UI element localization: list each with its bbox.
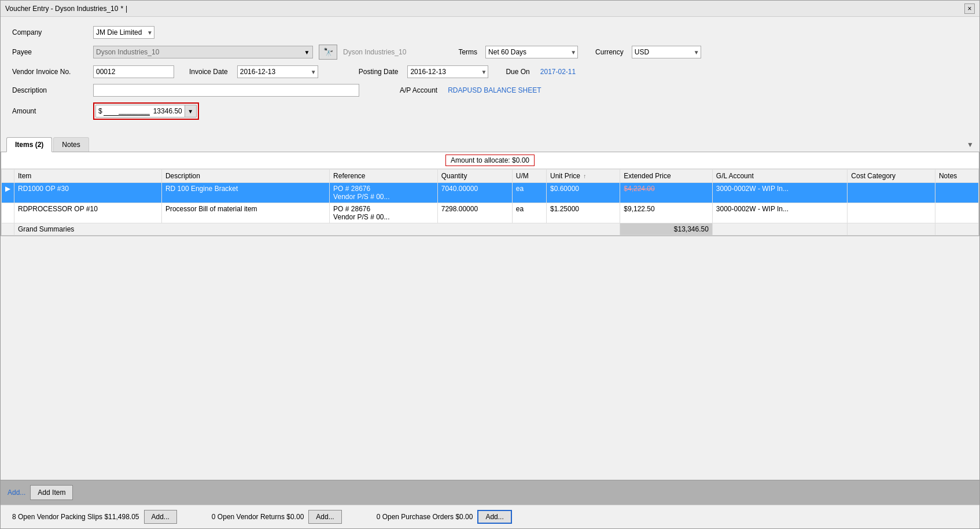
packing-slips-section: 8 Open Vendor Packing Slips $11,498.05 A… xyxy=(12,510,177,524)
terms-label: Terms xyxy=(458,48,477,56)
add-link[interactable]: Add... xyxy=(8,488,25,497)
description-row: Description A/P Account RDAPUSD BALANCE … xyxy=(12,84,968,97)
grand-summaries-empty2 xyxy=(848,223,935,236)
grand-summaries-empty1 xyxy=(712,223,848,236)
row-quantity: 7040.00000 xyxy=(437,183,512,203)
form-area: Company JM Die Limited ▼ Payee ▼ 🔭 Dyson… xyxy=(1,17,979,131)
vendor-invoice-label: Vendor Invoice No. xyxy=(12,68,87,76)
description-input[interactable] xyxy=(93,84,359,97)
col-header-item: Item xyxy=(14,170,162,183)
vendor-returns-add-button[interactable]: Add... xyxy=(308,510,341,524)
ap-account-link[interactable]: RDAPUSD BALANCE SHEET xyxy=(448,86,541,94)
payee-row: Payee ▼ 🔭 Dyson Industries_10 Terms Net … xyxy=(12,45,968,60)
col-header-cost-category: Cost Category xyxy=(848,170,935,183)
vendor-invoice-input[interactable] xyxy=(93,65,174,78)
row-gl-account: 3000-0002W - WIP In... xyxy=(712,203,848,223)
tab-scroll-arrow-icon[interactable]: ▼ xyxy=(967,141,974,149)
amount-label: Amount xyxy=(12,107,87,115)
due-on-value: 2017-02-11 xyxy=(540,68,576,76)
invoice-row: Vendor Invoice No. Invoice Date 2016-12-… xyxy=(12,65,968,78)
tab-notes[interactable]: Notes xyxy=(53,137,89,152)
items-table: Item Description Reference Quantity U/M … xyxy=(1,169,979,236)
vendor-returns-section: 0 Open Vendor Returns $0.00 Add... xyxy=(212,510,342,524)
title-separator: | xyxy=(126,5,127,13)
row-description: Processor Bill of material item xyxy=(161,203,329,223)
company-select[interactable]: JM Die Limited xyxy=(93,26,154,39)
row-unit-price: $0.60000 xyxy=(546,183,620,203)
amount-input-inner: $ ________ 13346.50 xyxy=(95,105,185,117)
allocate-row: Amount to allocate: $0.00 xyxy=(1,152,979,169)
posting-date-wrapper: 2016-12-13 ▼ xyxy=(407,65,488,78)
row-cost-category xyxy=(848,183,935,203)
payee-input-wrapper: ▼ xyxy=(93,46,313,58)
currency-label: Currency xyxy=(595,48,624,56)
company-label: Company xyxy=(12,28,87,36)
close-button[interactable]: × xyxy=(964,3,975,14)
unit-price-sort-icon: ↑ xyxy=(583,173,586,179)
footer-bar: 8 Open Vendor Packing Slips $11,498.05 A… xyxy=(1,505,979,528)
vendor-returns-text: 0 Open Vendor Returns $0.00 xyxy=(212,513,304,521)
invoice-date-select[interactable]: 2016-12-13 xyxy=(237,65,318,78)
row-reference: PO # 28676Vendor P/S # 00... xyxy=(330,183,438,203)
tabs-header: Items (2) Notes ▼ xyxy=(6,137,979,152)
row-unit-price: $1.25000 xyxy=(546,203,620,223)
tab-items[interactable]: Items (2) xyxy=(6,137,52,152)
packing-slips-text: 8 Open Vendor Packing Slips $11,498.05 xyxy=(12,513,139,521)
tab-content-items: Amount to allocate: $0.00 Item Descripti… xyxy=(1,152,979,236)
table-row[interactable]: RDPROCESSOR OP #10 Processor Bill of mat… xyxy=(2,203,979,223)
row-item: RDPROCESSOR OP #10 xyxy=(14,203,162,223)
posting-date-label: Posting Date xyxy=(359,68,399,76)
row-um: ea xyxy=(512,183,546,203)
col-header-unit-price: Unit Price ↑ xyxy=(546,170,620,183)
col-header-notes: Notes xyxy=(935,170,978,183)
title-bar-left: Voucher Entry - Dyson Industries_10 * | xyxy=(5,5,127,13)
table-header-row: Item Description Reference Quantity U/M … xyxy=(2,170,979,183)
packing-slips-add-button[interactable]: Add... xyxy=(144,510,177,524)
amount-dropdown-icon[interactable]: ▼ xyxy=(185,105,197,117)
row-gl-account: 3000-0002W - WIP In... xyxy=(712,183,848,203)
main-window: Voucher Entry - Dyson Industries_10 * | … xyxy=(0,0,980,529)
row-extended-price: $9,122.50 xyxy=(620,203,713,223)
extended-price-strikethrough: $4,224.00 xyxy=(624,185,654,193)
grand-summaries-empty3 xyxy=(935,223,978,236)
grand-total-cell: $13,346.50 xyxy=(620,223,713,236)
allocate-badge: Amount to allocate: $0.00 xyxy=(445,155,535,166)
bottom-toolbar: Add... Add Item xyxy=(1,480,979,505)
terms-select[interactable]: Net 60 Days xyxy=(485,46,578,58)
add-item-button[interactable]: Add Item xyxy=(30,485,73,500)
due-on-label: Due On xyxy=(506,68,529,76)
company-select-wrapper: JM Die Limited ▼ xyxy=(93,26,154,39)
amount-dollar-sign: $ xyxy=(98,107,102,115)
row-item: RD1000 OP #30 xyxy=(14,183,162,203)
currency-select-wrapper: USD ▼ xyxy=(632,46,701,58)
amount-value: 13346.50 xyxy=(153,107,182,115)
row-extended-price: $4,224.00 xyxy=(620,183,713,203)
row-arrow xyxy=(2,203,14,223)
posting-date-select[interactable]: 2016-12-13 xyxy=(407,65,488,78)
window-title: Voucher Entry - Dyson Industries_10 xyxy=(5,5,118,13)
col-header-extended-price: Extended Price xyxy=(620,170,713,183)
currency-select[interactable]: USD xyxy=(632,46,701,58)
amount-underline-text: ________ xyxy=(104,106,150,116)
grand-summaries-label: Grand Summaries xyxy=(14,223,620,236)
table-row[interactable]: ▶ RD1000 OP #30 RD 100 Engine Bracket PO… xyxy=(2,183,979,203)
row-notes xyxy=(935,183,978,203)
purchase-orders-section: 0 Open Purchase Orders $0.00 Add... xyxy=(377,510,512,524)
row-arrow: ▶ xyxy=(2,183,14,203)
payee-label: Payee xyxy=(12,48,87,56)
grand-summaries-arrow xyxy=(2,223,14,236)
amount-row: Amount $ ________ 13346.50 ▼ xyxy=(12,102,968,120)
col-header-description: Description xyxy=(161,170,329,183)
payee-dropdown-icon[interactable]: ▼ xyxy=(301,46,313,58)
grand-summaries-row: Grand Summaries $13,346.50 xyxy=(2,223,979,236)
tabs-container: Items (2) Notes ▼ Amount to allocate: $0… xyxy=(1,137,979,236)
payee-input[interactable] xyxy=(93,46,313,58)
binoculars-button[interactable]: 🔭 xyxy=(319,45,337,60)
binoculars-icon: 🔭 xyxy=(323,47,333,57)
spacer xyxy=(1,131,979,137)
amount-wrapper: $ ________ 13346.50 ▼ xyxy=(93,102,199,120)
company-row: Company JM Die Limited ▼ xyxy=(12,26,968,39)
col-header-quantity: Quantity xyxy=(437,170,512,183)
purchase-orders-add-button[interactable]: Add... xyxy=(477,510,511,524)
description-label: Description xyxy=(12,86,87,94)
